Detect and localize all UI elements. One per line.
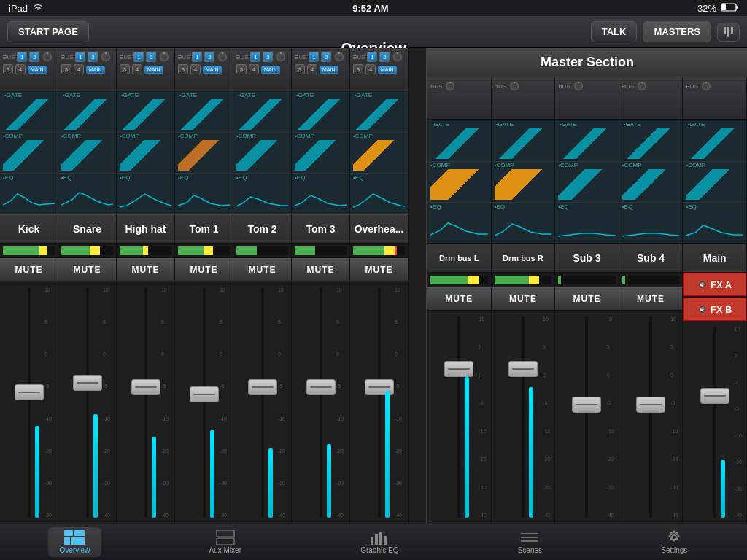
bus-btn-1[interactable]: 1 (309, 52, 319, 62)
fader-handle-tom2[interactable] (248, 379, 277, 395)
bus-btn-1[interactable]: 1 (192, 52, 202, 62)
fader-handle-kick[interactable] (15, 384, 44, 400)
bus-btn-4[interactable]: 4 (307, 64, 317, 74)
fxb-button[interactable]: 🔇 FX B (683, 298, 746, 321)
bus-btn-3[interactable]: 3 (178, 64, 188, 74)
bus-btn-1[interactable]: 1 (17, 52, 27, 62)
fxa-button[interactable]: 🔇 FX A (683, 273, 746, 296)
bus-btn-2[interactable]: 2 (379, 52, 390, 62)
bus-header-drmbusl: BUS (427, 77, 491, 120)
fader-handle-tom3[interactable] (306, 379, 336, 395)
fader-area-kick: 1050-5-10-20-30-40 (0, 281, 58, 524)
bus-btn-3[interactable]: 3 (236, 64, 247, 74)
fader-handle-overhead[interactable] (365, 379, 394, 395)
bus-btn-4[interactable]: 4 (74, 64, 84, 74)
bus-btn-3[interactable]: 3 (3, 64, 13, 74)
bus-btn-2[interactable]: 2 (321, 52, 331, 62)
fader-handle-tom1[interactable] (190, 386, 219, 402)
vu-meter-highhat (117, 244, 174, 258)
nav-aux-mixer[interactable]: Aux Mixer (198, 527, 253, 557)
divider2 (292, 173, 349, 174)
fader-handle-main[interactable] (700, 388, 729, 404)
mute-button-drmbusl[interactable]: MUTE (427, 287, 491, 311)
overview-icon (64, 530, 85, 545)
bus-btn-1[interactable]: 1 (75, 52, 85, 62)
bus-btn-2[interactable]: 2 (88, 52, 98, 62)
nav-scenes[interactable]: Scenes (506, 527, 554, 557)
viz-area-drmbusr: •GATE •COMP •EQ (492, 120, 555, 244)
bus-btn-1[interactable]: 1 (367, 52, 377, 62)
fader-area-sub3: 1050-5-10-20-30-40 (555, 311, 619, 524)
master-channel-drmbusR: BUS •GATE •COMP •EQ Drm bus R (492, 77, 556, 524)
gate-viz (622, 128, 680, 159)
knob-icon (392, 51, 403, 63)
start-page-button[interactable]: START PAGE (7, 21, 89, 42)
bus-main-btn[interactable]: MAIN (203, 66, 222, 74)
divider2 (683, 202, 746, 203)
bus-btn-3[interactable]: 3 (353, 64, 363, 74)
masters-button[interactable]: MASTERS (643, 21, 711, 42)
bus-btn-2[interactable]: 2 (146, 52, 156, 62)
fader-handle-snare[interactable] (73, 375, 102, 391)
gate-viz (178, 99, 230, 130)
status-right: 32% (697, 3, 738, 14)
comp-viz (622, 169, 680, 200)
mute-button-sub3[interactable]: MUTE (555, 287, 619, 311)
viz-area-sub4: •GATE •COMP •EQ (619, 120, 683, 244)
divider2 (0, 173, 58, 174)
nav-graphic-eq[interactable]: Graphic EQ (349, 527, 410, 557)
bus-btn-4[interactable]: 4 (365, 64, 376, 74)
bus-btn-3[interactable]: 3 (61, 64, 71, 74)
mute-button-overhead[interactable]: MUTE (350, 258, 408, 281)
bus-main-btn[interactable]: MAIN (86, 66, 105, 74)
knob-icon (333, 51, 345, 63)
gate-viz (3, 99, 55, 130)
bus-main-btn[interactable]: MAIN (28, 66, 47, 74)
master-channel-sub4: BUS •GATE •COMP •EQ Sub 4 (619, 77, 684, 524)
fader-area-overhead: 1050-5-10-20-30-40 (350, 281, 408, 524)
nav-overview[interactable]: Overview (48, 527, 102, 557)
waveform-button[interactable] (717, 23, 740, 42)
level-bar-overhead (385, 391, 390, 518)
fader-handle-sub3[interactable] (572, 397, 601, 413)
battery-icon (721, 3, 738, 14)
bus-main-btn[interactable]: MAIN (320, 66, 338, 74)
fader-handle-drmbusl[interactable] (444, 361, 473, 377)
mute-button-highhat[interactable]: MUTE (117, 258, 174, 281)
device-label: iPad (9, 3, 28, 14)
bus-btn-4[interactable]: 4 (249, 64, 259, 74)
fader-handle-sub4[interactable] (636, 397, 665, 413)
channel-kick: BUS 1 2 3 4 MAIN •GATE •COMP •EQ (0, 48, 58, 524)
bus-btn-1[interactable]: 1 (133, 52, 144, 62)
comp-viz (178, 140, 230, 171)
mute-button-tom1[interactable]: MUTE (175, 258, 233, 281)
master-section-header: Master Section (427, 48, 747, 77)
bus-btn-4[interactable]: 4 (190, 64, 201, 74)
mute-button-sub4[interactable]: MUTE (619, 287, 683, 311)
divider2 (233, 173, 291, 174)
bus-btn-3[interactable]: 3 (295, 64, 305, 74)
bus-btn-1[interactable]: 1 (250, 52, 260, 62)
mute-button-drmbusr[interactable]: MUTE (492, 287, 555, 311)
knob-icon (100, 51, 112, 63)
fader-handle-drmbusr[interactable] (508, 361, 538, 377)
talk-button[interactable]: TALK (591, 21, 638, 42)
bus-btn-3[interactable]: 3 (120, 64, 130, 74)
bus-header-overhead: BUS 1 2 3 4 MAIN (350, 48, 408, 90)
nav-settings[interactable]: Settings (649, 527, 699, 557)
fader-area-snare: 1050-5-10-20-30-40 (58, 281, 116, 524)
mute-button-tom3[interactable]: MUTE (292, 258, 349, 281)
bus-main-btn[interactable]: MAIN (378, 66, 397, 74)
bus-btn-2[interactable]: 2 (29, 52, 39, 62)
bus-btn-2[interactable]: 2 (204, 52, 214, 62)
bus-btn-4[interactable]: 4 (132, 64, 142, 74)
bus-main-btn[interactable]: MAIN (144, 66, 163, 74)
mute-button-kick[interactable]: MUTE (0, 258, 58, 281)
bus-btn-4[interactable]: 4 (15, 64, 26, 74)
mute-button-tom2[interactable]: MUTE (233, 258, 291, 281)
mute-button-snare[interactable]: MUTE (58, 258, 116, 281)
svg-point-10 (161, 54, 167, 60)
fader-handle-highhat[interactable] (131, 379, 160, 395)
bus-btn-2[interactable]: 2 (263, 52, 273, 62)
bus-main-btn[interactable]: MAIN (261, 66, 280, 74)
